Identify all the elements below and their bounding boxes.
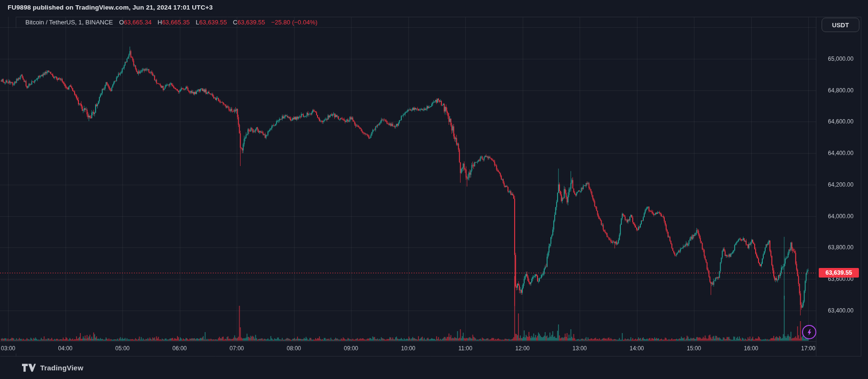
chart-legend[interactable]: Bitcoin / TetherUS, 1, BINANCE O63,665.3… — [25, 19, 318, 26]
time-axis-label: 06:00 — [165, 345, 194, 352]
time-axis-label: 08:00 — [280, 345, 308, 352]
time-axis-label: 15:00 — [680, 345, 708, 352]
low-value: 63,639.55 — [199, 19, 227, 26]
tradingview-snapshot: FU9898 published on TradingView.com, Jun… — [0, 0, 868, 379]
price-axis-label: 64,200.00 — [819, 181, 863, 188]
time-axis-label: 10:00 — [394, 345, 423, 352]
published-attribution: FU9898 published on TradingView.com, Jun… — [8, 4, 213, 11]
change-value: −25.80 (−0.04%) — [271, 19, 318, 26]
high-value: 63,665.35 — [162, 19, 190, 26]
low-label: L — [196, 19, 199, 26]
price-axis-label: 64,400.00 — [819, 150, 863, 156]
symbol-title: Bitcoin / TetherUS, 1, BINANCE — [25, 19, 113, 26]
time-axis-label: 04:00 — [51, 345, 80, 352]
candlestick-chart-canvas[interactable] — [0, 0, 868, 379]
high-label: H — [158, 19, 162, 26]
price-axis-label: 64,000.00 — [819, 213, 863, 220]
time-axis-label: 03:00 — [0, 345, 22, 352]
open-value: 63,665.34 — [124, 19, 152, 26]
time-axis-label: 05:00 — [108, 345, 137, 352]
time-axis-label: 07:00 — [222, 345, 251, 352]
time-axis-label: 11:00 — [451, 345, 480, 352]
tradingview-logo-icon — [22, 364, 36, 372]
price-axis-label: 63,800.00 — [819, 244, 863, 251]
price-axis-label: 64,600.00 — [819, 118, 863, 125]
time-axis-label: 09:00 — [337, 345, 365, 352]
lightning-icon — [805, 328, 813, 336]
flash-snapshot-button[interactable] — [802, 325, 816, 339]
last-price-label: 63,639.55 — [819, 268, 859, 278]
time-axis-label: 17:00 — [794, 345, 823, 352]
time-axis-label: 16:00 — [737, 345, 766, 352]
price-axis-label: 64,800.00 — [819, 87, 863, 94]
brand-name: TradingView — [40, 364, 83, 372]
brand-footer[interactable]: TradingView — [22, 364, 83, 372]
open-label: O — [119, 19, 124, 26]
close-value: 63,639.55 — [237, 19, 265, 26]
time-axis-label: 13:00 — [565, 345, 594, 352]
time-axis-label: 14:00 — [623, 345, 651, 352]
price-axis-label: 63,400.00 — [819, 307, 863, 314]
currency-toggle-button[interactable]: USDT — [822, 18, 859, 32]
price-axis-label: 65,000.00 — [819, 56, 863, 62]
time-axis-label: 12:00 — [508, 345, 537, 352]
